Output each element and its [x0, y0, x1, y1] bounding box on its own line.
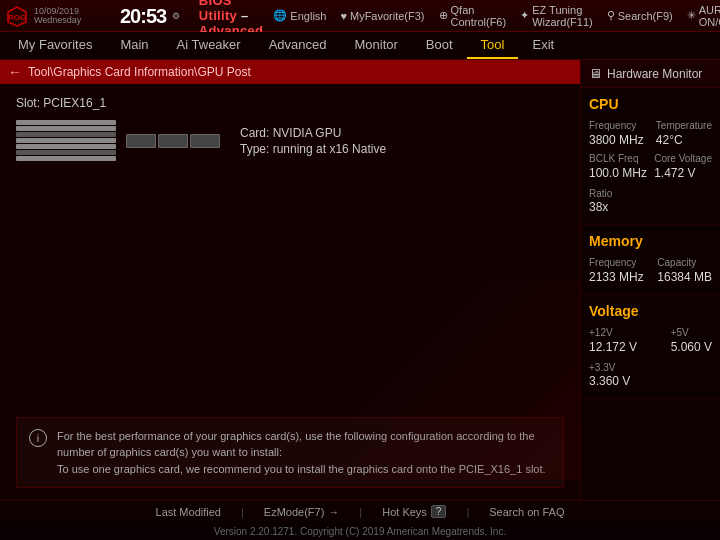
v12-value: 12.172 V — [589, 340, 637, 354]
rog-logo: ROG — [6, 5, 28, 27]
version-bar: Version 2.20.1271. Copyright (C) 2019 Am… — [0, 522, 720, 540]
v5-label: +5V — [671, 327, 712, 339]
card-name: Card: NVIDIA GPU — [240, 126, 386, 140]
hw-monitor-header: 🖥 Hardware Monitor — [581, 60, 720, 88]
nav-my-favorites[interactable]: My Favorites — [4, 32, 106, 59]
hot-keys-label: Hot Keys — [382, 506, 427, 518]
memory-section: Memory Frequency 2133 MHz Capacity 16384… — [581, 225, 720, 295]
cpu-bclk-label: BCLK Freq — [589, 153, 647, 165]
cpu-core-volt-value: 1.472 V — [654, 166, 712, 180]
cpu-temp-label: Temperature — [656, 120, 712, 132]
nav-tool[interactable]: Tool — [467, 32, 519, 59]
globe-icon: 🌐 — [273, 9, 287, 22]
slot-section: Slot: PCIEX16_1 — [16, 96, 564, 161]
last-modified-btn[interactable]: Last Modified — [156, 506, 221, 518]
ez-mode-btn[interactable]: EzMode(F7) → — [264, 506, 340, 518]
v33-value: 3.360 V — [589, 374, 712, 388]
hw-monitor-title: Hardware Monitor — [607, 67, 702, 81]
search-faq-label: Search on FAQ — [489, 506, 564, 518]
aura-icon: ✳ — [687, 9, 696, 22]
hot-keys-key[interactable]: ? — [431, 505, 447, 518]
ez-mode-label: EzMode(F7) — [264, 506, 325, 518]
memory-title: Memory — [589, 233, 712, 249]
nav-monitor[interactable]: Monitor — [341, 32, 412, 59]
ez-tuning-btn[interactable]: ✦ EZ Tuning Wizard(F11) — [520, 4, 593, 28]
cpu-core-volt-label: Core Voltage — [654, 153, 712, 165]
mem-cap-value: 16384 MB — [657, 270, 712, 284]
v5-value: 5.060 V — [671, 340, 712, 354]
heart-icon: ♥ — [340, 10, 347, 22]
slot-label: Slot: PCIEX16_1 — [16, 96, 564, 110]
gear-icon[interactable]: ⚙ — [172, 11, 180, 21]
voltage-title: Voltage — [589, 303, 712, 319]
fan-icon: ⊕ — [439, 9, 448, 22]
cpu-freq-value: 3800 MHz — [589, 133, 644, 147]
cpu-ratio-label: Ratio — [589, 188, 612, 199]
last-modified-label: Last Modified — [156, 506, 221, 518]
version-text: Version 2.20.1271. Copyright (C) 2019 Am… — [214, 526, 506, 537]
voltage-section: Voltage +12V 12.172 V +5V 5.060 V +3.3V … — [581, 295, 720, 399]
monitor-icon: 🖥 — [589, 66, 602, 81]
cpu-temp-value: 42°C — [656, 133, 712, 147]
mem-cap-label: Capacity — [657, 257, 712, 269]
nav-boot[interactable]: Boot — [412, 32, 467, 59]
breadcrumb: ← Tool\Graphics Card Information\GPU Pos… — [0, 60, 580, 84]
mem-freq-value: 2133 MHz — [589, 270, 644, 284]
info-box: i For the best performance of your graph… — [16, 417, 564, 489]
datetime-block: 10/09/2019 Wednesday — [34, 7, 114, 25]
v33-label: +3.3V — [589, 362, 615, 373]
card-info: Card: NVIDIA GPU Type: running at x16 Na… — [240, 126, 386, 156]
hardware-monitor-panel: 🖥 Hardware Monitor CPU Frequency 3800 MH… — [580, 60, 720, 500]
qfan-btn[interactable]: ⊕ Qfan Control(F6) — [439, 4, 507, 28]
day-label: Wednesday — [34, 16, 81, 25]
my-favorites-btn[interactable]: ♥ MyFavorite(F3) — [340, 10, 424, 22]
svg-text:ROG: ROG — [8, 13, 26, 22]
wand-icon: ✦ — [520, 9, 529, 22]
search-icon: ⚲ — [607, 9, 615, 22]
slot-chip — [126, 134, 220, 148]
cpu-section: CPU Frequency 3800 MHz Temperature 42°C … — [581, 88, 720, 225]
card-type: Type: running at x16 Native — [240, 142, 386, 156]
time-display: 20:53 — [120, 5, 166, 27]
nav-bar: My Favorites Main Ai Tweaker Advanced Mo… — [0, 32, 720, 60]
info-icon: i — [29, 429, 47, 447]
breadcrumb-text: Tool\Graphics Card Information\GPU Post — [28, 65, 251, 79]
search-faq-btn[interactable]: Search on FAQ — [489, 506, 564, 518]
info-text: For the best performance of your graphic… — [57, 428, 551, 478]
cpu-ratio-value: 38x — [589, 200, 712, 214]
cpu-title: CPU — [589, 96, 712, 112]
aura-btn[interactable]: ✳ AURA ON/OFF(F4) — [687, 4, 720, 28]
nav-main[interactable]: Main — [106, 32, 162, 59]
nav-ai-tweaker[interactable]: Ai Tweaker — [163, 32, 255, 59]
language-selector[interactable]: 🌐 English — [273, 9, 326, 22]
ez-mode-arrow-icon: → — [328, 506, 339, 518]
mem-freq-label: Frequency — [589, 257, 644, 269]
slot-connector — [16, 120, 116, 161]
v12-label: +12V — [589, 327, 637, 339]
back-arrow[interactable]: ← — [8, 64, 22, 80]
footer-bar: Last Modified | EzMode(F7) → | Hot Keys … — [0, 500, 720, 522]
cpu-bclk-value: 100.0 MHz — [589, 166, 647, 180]
hot-keys-btn[interactable]: Hot Keys ? — [382, 505, 446, 518]
nav-exit[interactable]: Exit — [518, 32, 568, 59]
search-btn[interactable]: ⚲ Search(F9) — [607, 9, 673, 22]
cpu-freq-label: Frequency — [589, 120, 644, 132]
nav-advanced[interactable]: Advanced — [255, 32, 341, 59]
